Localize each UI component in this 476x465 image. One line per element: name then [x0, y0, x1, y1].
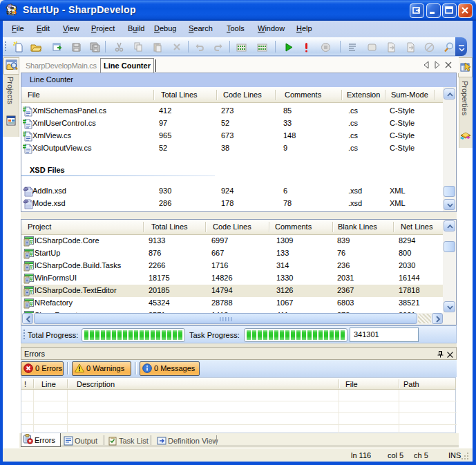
- svg-text:#: #: [23, 118, 27, 126]
- svg-text:#: #: [30, 287, 34, 295]
- svg-text:#: #: [23, 131, 27, 138]
- svg-text:#: #: [30, 300, 34, 307]
- svg-text:#: #: [30, 263, 34, 270]
- svg-text:#: #: [23, 143, 27, 151]
- svg-text:#: #: [23, 106, 27, 113]
- svg-text:sd: sd: [7, 10, 12, 15]
- svg-text:#: #: [30, 250, 34, 258]
- svg-text:#: #: [30, 275, 34, 283]
- svg-text:#: #: [30, 238, 34, 245]
